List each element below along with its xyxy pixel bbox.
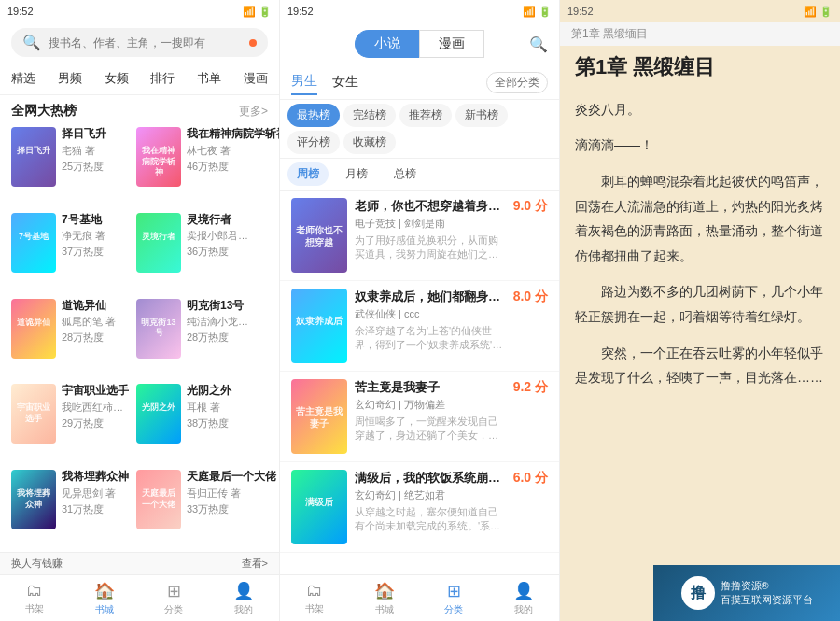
- search-input[interactable]: [49, 36, 242, 49]
- reading-content[interactable]: 第1章 黑缎缠目 炎炎八月。 滴滴滴——！ 刺耳的蝉鸣混杂着此起彼伏的鸣笛声，回…: [560, 46, 840, 621]
- time-p3: 19:52: [567, 6, 594, 17]
- p2-nav-category[interactable]: ⊞ 分类: [444, 581, 463, 616]
- p2-book-category: 武侠仙侠 | ccc: [355, 307, 506, 321]
- period-tabs: 周榜 月榜 总榜: [280, 159, 559, 191]
- list-item[interactable]: 天庭最后一个大佬 天庭最后一个大佬 吾归正传 著 33万热度: [136, 470, 279, 548]
- rank-filter-tabs: 最热榜 完结榜 推荐榜 新书榜 评分榜 收藏榜: [280, 100, 559, 159]
- search-icon: 🔍: [22, 34, 41, 51]
- book-info: 光阴之外 耳根 著 38万热度: [187, 384, 279, 430]
- chapter-heading: 第1章 黑缎缠目: [575, 53, 825, 82]
- period-total[interactable]: 总榜: [385, 162, 426, 186]
- p2-book-cover: 满级后: [291, 470, 347, 544]
- nav-shudian[interactable]: 书单: [193, 68, 225, 89]
- p2-book-category: 玄幻奇幻 | 绝艺如君: [355, 488, 506, 502]
- watermark-line1: 撸撸资源®: [721, 579, 813, 593]
- nav-mine[interactable]: 👤 我的: [233, 581, 254, 616]
- book-cover: 道诡异仙: [11, 299, 56, 359]
- list-item[interactable]: 我将埋葬众神 我将埋葬众神 见异思剑 著 31万热度: [11, 470, 129, 548]
- bookshelf-label: 书架: [25, 602, 44, 615]
- list-item[interactable]: 老师你也不想穿越 老师，你也不想穿越着身… 电子竞技 | 剑剑是雨 为了用好感值…: [280, 191, 559, 281]
- p2-nav-bookstore[interactable]: 🏠 书城: [374, 581, 395, 616]
- p2-book-score: 9.0 分: [513, 198, 548, 215]
- search-bar[interactable]: 🔍: [11, 28, 268, 57]
- p2-book-cover: 老师你也不想穿越: [291, 198, 347, 273]
- nav-jingxuan[interactable]: 精选: [7, 68, 39, 89]
- panel-reading: 19:52 📶 🔋 第1章 黑缎缅目 第1章 黑缎缠目 炎炎八月。 滴滴滴——！…: [560, 0, 840, 621]
- rank-tab-hot[interactable]: 最热榜: [287, 104, 340, 127]
- nav-category[interactable]: ⊞ 分类: [164, 581, 183, 616]
- rank-tab-complete[interactable]: 完结榜: [343, 104, 396, 127]
- period-week[interactable]: 周榜: [287, 162, 329, 186]
- p2-book-score: 6.0 分: [513, 470, 548, 487]
- rank-tab-score[interactable]: 评分榜: [287, 131, 340, 154]
- bookstore-icon: 🏠: [374, 581, 395, 601]
- book-cover: 7号基地: [11, 213, 56, 273]
- p2-book-score: 8.0 分: [513, 289, 548, 305]
- book-cover: 光阴之外: [136, 384, 181, 444]
- rank-tab-recommend[interactable]: 推荐榜: [399, 104, 452, 127]
- nav-nanpin[interactable]: 男频: [54, 68, 86, 89]
- nav-paihang[interactable]: 排行: [147, 68, 178, 89]
- book-info: 道诡异仙 狐尾的笔 著 28万热度: [62, 299, 129, 346]
- book-heat: 46万热度: [187, 160, 279, 174]
- book-author: 我吃西红柿…: [62, 401, 129, 415]
- list-item[interactable]: 明克街13号 明克街13号 纯洁滴小龙… 28万热度: [136, 299, 279, 377]
- list-item[interactable]: 择日飞升 择日飞升 宅猫 著 25万热度: [11, 127, 129, 205]
- book-heat: 37万热度: [62, 245, 129, 259]
- category-label: 分类: [444, 603, 463, 616]
- p1-nav-tabs: 精选 男频 女频 排行 书单 漫画: [0, 63, 279, 95]
- banner-left: 换人有钱赚: [11, 557, 63, 571]
- book-author: 卖报小郎君…: [187, 229, 279, 243]
- chapter-title-small: 第1章 黑缎缅目: [571, 27, 648, 40]
- list-item[interactable]: 满级后 满级后，我的软饭系统崩… 玄幻奇幻 | 绝艺如君 从穿越之时起，塞尔便知…: [280, 462, 559, 553]
- rank-tab-new[interactable]: 新书榜: [455, 104, 508, 127]
- book-cover: 天庭最后一个大佬: [136, 470, 181, 529]
- nav-manhua[interactable]: 漫画: [240, 68, 272, 89]
- nav-bookstore[interactable]: 🏠 书城: [94, 581, 115, 616]
- nav-nvpin[interactable]: 女频: [101, 68, 133, 89]
- list-item[interactable]: 奴隶养成后 奴隶养成后，她们都翻身… 武侠仙侠 | ccc 余泽穿越了名为'上苍…: [280, 281, 559, 372]
- paragraph-4: 路边为数不多的几团树荫下，几个小年轻正簇拥在一起，叼着烟等待着红绿灯。: [575, 279, 825, 329]
- list-item[interactable]: 道诡异仙 道诡异仙 狐尾的笔 著 28万热度: [11, 299, 129, 377]
- book-title: 明克街13号: [187, 299, 279, 314]
- period-month[interactable]: 月榜: [336, 162, 377, 186]
- tab-comic[interactable]: 漫画: [419, 30, 484, 58]
- p2-book-title: 苦主竟是我妻子: [355, 379, 506, 396]
- paragraph-1: 炎炎八月。: [575, 97, 825, 122]
- list-item[interactable]: 光阴之外 光阴之外 耳根 著 38万热度: [136, 384, 279, 462]
- book-info: 我将埋葬众神 见异思剑 著 31万热度: [62, 470, 129, 516]
- p2-search-icon[interactable]: 🔍: [529, 35, 548, 53]
- p1-search-header: 🔍: [0, 22, 279, 63]
- all-category-button[interactable]: 全部分类: [486, 72, 548, 93]
- banner-right[interactable]: 查看>: [242, 557, 268, 571]
- list-item[interactable]: 灵境行者 灵境行者 卖报小郎君… 36万热度: [136, 213, 279, 291]
- watermark-content: 撸 撸撸资源® 百摸互联网资源平台: [681, 576, 813, 610]
- book-heat: 28万热度: [62, 331, 129, 345]
- p2-nav-mine[interactable]: 👤 我的: [513, 581, 534, 616]
- status-icons-p3: 📶 🔋: [804, 6, 833, 18]
- p2-nav-bookshelf[interactable]: 🗂 书架: [305, 581, 324, 615]
- more-link[interactable]: 更多>: [239, 104, 268, 120]
- book-info: 7号基地 净无痕 著 37万热度: [62, 213, 129, 260]
- status-bar-p2: 19:52 📶 🔋: [280, 0, 559, 22]
- p2-book-score: 9.2 分: [513, 379, 548, 396]
- tab-male[interactable]: 男生: [291, 69, 317, 95]
- tab-female[interactable]: 女生: [332, 70, 358, 94]
- nav-bookshelf[interactable]: 🗂 书架: [25, 581, 44, 615]
- mine-label: 我的: [234, 603, 253, 616]
- mine-icon: 👤: [513, 581, 534, 601]
- list-item[interactable]: 苦主竟是我妻子 苦主竟是我妻子 玄幻奇幻 | 万物偏差 周恒喝多了，一觉醒来发现…: [280, 372, 559, 462]
- rank-tab-favorite[interactable]: 收藏榜: [343, 131, 396, 154]
- p1-bottom-nav: 🗂 书架 🏠 书城 ⊞ 分类 👤 我的: [0, 574, 279, 621]
- list-item[interactable]: 我在精神病院学斩神 我在精神病院学斩神 林七夜 著 46万热度: [136, 127, 279, 205]
- p2-top-tabs: 小说 漫画 🔍: [280, 22, 559, 65]
- watermark-text: 撸撸资源® 百摸互联网资源平台: [721, 579, 813, 608]
- tab-novel[interactable]: 小说: [355, 30, 419, 58]
- list-item[interactable]: 宇宙职业选手 宇宙职业选手 我吃西红柿… 29万热度: [11, 384, 129, 462]
- book-info: 宇宙职业选手 我吃西红柿… 29万热度: [62, 384, 129, 430]
- p2-book-desc: 余泽穿越了名为'上苍'的仙侠世界，得到了一个'奴隶养成系统'。好不容易将将来系压…: [355, 324, 506, 353]
- book-title: 光阴之外: [187, 384, 279, 399]
- bookshelf-icon: 🗂: [306, 581, 323, 600]
- book-info: 灵境行者 卖报小郎君… 36万热度: [187, 213, 279, 260]
- list-item[interactable]: 7号基地 7号基地 净无痕 著 37万热度: [11, 213, 129, 291]
